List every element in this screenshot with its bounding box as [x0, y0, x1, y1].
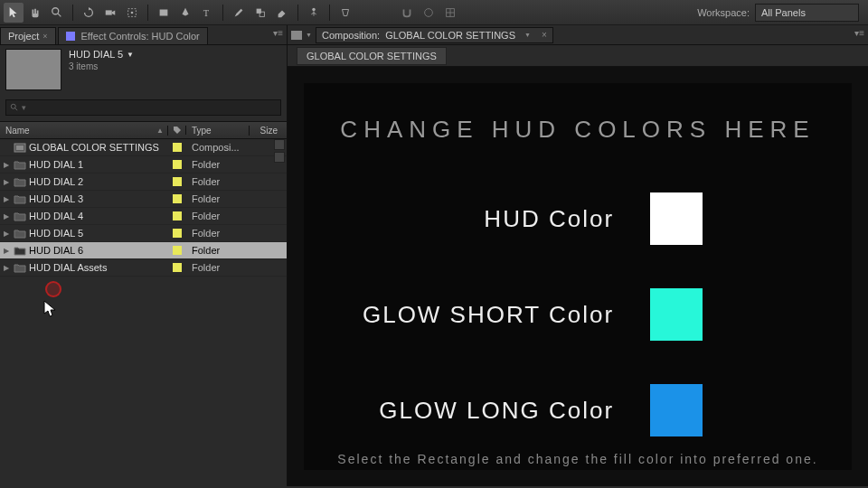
- tag-icon: [173, 126, 182, 135]
- svg-point-9: [312, 7, 316, 11]
- twisty-icon[interactable]: ▶: [4, 161, 11, 169]
- chevron-down-icon[interactable]: ▼: [524, 32, 531, 38]
- snap-icon[interactable]: [397, 3, 417, 23]
- project-row[interactable]: GLOBAL COLOR SETTINGSComposi...: [0, 139, 287, 156]
- svg-line-1: [58, 13, 61, 16]
- panel-menu-icon[interactable]: ▾≡: [854, 28, 864, 38]
- row-name: HUD DIAL 1: [29, 159, 83, 170]
- project-row[interactable]: ▶HUD DIAL 4Folder: [0, 208, 287, 225]
- label-swatch[interactable]: [173, 263, 182, 272]
- folder-icon: [14, 194, 26, 204]
- chevron-down-icon[interactable]: ▼: [306, 32, 312, 38]
- row-type: Folder: [186, 211, 250, 221]
- color-label: HUD Color: [484, 205, 614, 233]
- eraser-tool-icon[interactable]: [272, 3, 292, 23]
- project-row[interactable]: ▶HUD DIAL AssetsFolder: [0, 259, 287, 277]
- twisty-icon[interactable]: ▶: [4, 247, 11, 255]
- tab-effect-controls[interactable]: Effect Controls: HUD Color: [58, 27, 208, 44]
- canvas-footer: Select the Rectangle and change the fill…: [304, 452, 852, 466]
- toggle-icon[interactable]: [419, 3, 439, 23]
- col-size[interactable]: Size: [250, 126, 287, 136]
- col-name[interactable]: Name ▲: [0, 126, 168, 136]
- twisty-icon[interactable]: ▶: [4, 195, 11, 203]
- project-row[interactable]: ▶HUD DIAL 3Folder: [0, 191, 287, 208]
- color-swatch[interactable]: [650, 384, 703, 436]
- rotation-tool-icon[interactable]: [79, 3, 99, 23]
- folder-icon: [14, 177, 26, 187]
- tab-project[interactable]: Project ×: [0, 27, 56, 44]
- composition-icon: [14, 143, 26, 153]
- composition-prefix: Composition:: [322, 30, 380, 41]
- twisty-icon[interactable]: ▶: [4, 212, 11, 221]
- comp-icon: [291, 31, 302, 40]
- color-swatch[interactable]: [650, 192, 703, 245]
- clone-tool-icon[interactable]: [250, 3, 270, 23]
- camera-tool-icon[interactable]: [100, 3, 120, 23]
- row-type: Folder: [186, 176, 250, 187]
- twisty-icon[interactable]: ▶: [4, 264, 11, 272]
- close-icon[interactable]: ×: [42, 32, 47, 41]
- composition-tab[interactable]: Composition: GLOBAL COLOR SETTINGS ▼ ×: [316, 27, 553, 43]
- color-row: GLOW SHORT Color: [363, 288, 793, 341]
- hand-tool-icon[interactable]: [25, 3, 45, 23]
- row-name: HUD DIAL Assets: [29, 262, 107, 273]
- search-input[interactable]: ▾: [5, 99, 281, 116]
- composition-viewer[interactable]: CHANGE HUD COLORS HERE HUD ColorGLOW SHO…: [304, 83, 852, 470]
- panel-menu-icon[interactable]: ▾≡: [273, 28, 283, 38]
- text-tool-icon[interactable]: T: [197, 3, 217, 23]
- svg-rect-5: [160, 9, 168, 15]
- tab-project-label: Project: [8, 31, 39, 42]
- folder-icon: [14, 246, 26, 256]
- rectangle-tool-icon[interactable]: [154, 3, 174, 23]
- project-row[interactable]: ▶HUD DIAL 5Folder: [0, 225, 287, 242]
- workspace-dropdown[interactable]: All Panels: [755, 4, 859, 22]
- label-swatch[interactable]: [173, 194, 182, 203]
- project-row[interactable]: ▶HUD DIAL 1Folder: [0, 156, 287, 174]
- col-label[interactable]: [168, 126, 186, 135]
- roto-tool-icon[interactable]: [335, 3, 355, 23]
- col-type[interactable]: Type: [186, 126, 250, 136]
- close-icon[interactable]: ×: [542, 30, 547, 40]
- row-type: Folder: [186, 262, 250, 273]
- row-type: Folder: [186, 159, 250, 170]
- label-swatch[interactable]: [173, 177, 182, 186]
- svg-rect-20: [16, 145, 24, 150]
- grid-icon[interactable]: [440, 3, 460, 23]
- svg-point-4: [131, 11, 134, 14]
- layer-color-icon: [66, 32, 75, 41]
- project-row[interactable]: ▶HUD DIAL 6Folder: [0, 242, 287, 259]
- label-swatch[interactable]: [173, 211, 182, 221]
- row-name: HUD DIAL 5: [29, 228, 83, 239]
- label-swatch[interactable]: [173, 246, 182, 255]
- svg-rect-2: [106, 10, 112, 14]
- folder-icon: [14, 263, 26, 273]
- brush-tool-icon[interactable]: [229, 3, 249, 23]
- row-type: Folder: [186, 245, 250, 256]
- color-swatch[interactable]: [650, 288, 703, 341]
- comp-sub-tab[interactable]: GLOBAL COLOR SETTINGS: [297, 47, 447, 65]
- project-item-title: HUD DIAL 5: [69, 49, 123, 60]
- twisty-icon[interactable]: ▶: [4, 230, 11, 238]
- twisty-icon[interactable]: ▶: [4, 178, 11, 186]
- dropdown-icon[interactable]: ▼: [127, 51, 134, 59]
- bin-icon-2[interactable]: [274, 152, 285, 163]
- bin-icon[interactable]: [274, 139, 285, 150]
- label-swatch[interactable]: [173, 143, 182, 152]
- label-swatch[interactable]: [173, 160, 182, 169]
- project-row[interactable]: ▶HUD DIAL 2Folder: [0, 174, 287, 191]
- selection-tool-icon[interactable]: [4, 3, 24, 23]
- zoom-tool-icon[interactable]: [47, 3, 67, 23]
- row-name: HUD DIAL 2: [29, 176, 83, 187]
- pan-behind-tool-icon[interactable]: [122, 3, 142, 23]
- svg-point-13: [425, 8, 433, 16]
- search-icon: [10, 103, 19, 112]
- row-name: GLOBAL COLOR SETTINGS: [29, 142, 159, 153]
- main-toolbar: T Workspace: All Panels: [0, 0, 868, 25]
- label-swatch[interactable]: [173, 229, 182, 238]
- puppet-tool-icon[interactable]: [304, 3, 324, 23]
- project-item-sub: 3 items: [69, 61, 134, 71]
- canvas-title: CHANGE HUD COLORS HERE: [340, 116, 815, 144]
- pen-tool-icon[interactable]: [175, 3, 195, 23]
- svg-line-18: [15, 108, 18, 111]
- tab-effect-controls-label: Effect Controls: HUD Color: [81, 31, 200, 42]
